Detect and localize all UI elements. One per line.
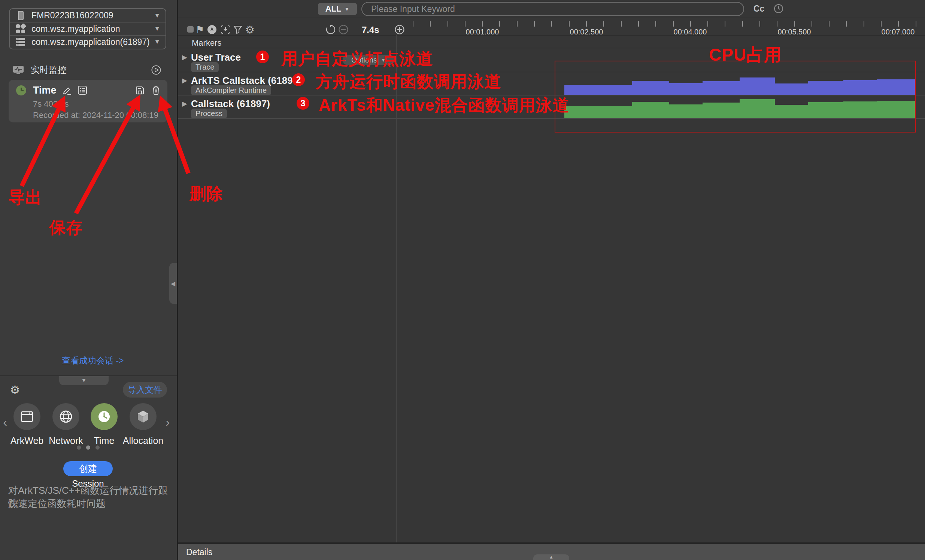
capture-screenshot-icon[interactable] bbox=[220, 24, 231, 35]
device-name: FMR0223B16022009 bbox=[32, 11, 113, 21]
lane-tag-arkcompiler-runtime: ArkCompiler Runtime bbox=[191, 85, 271, 95]
chevron-down-icon: ▼ bbox=[154, 25, 160, 33]
panel-divider[interactable] bbox=[177, 0, 178, 560]
pager-dot[interactable] bbox=[77, 446, 81, 450]
annotation-lane3: ArkTs和Native混合函数调用泳道 bbox=[319, 94, 569, 116]
chevron-down-icon: ▼ bbox=[344, 6, 350, 12]
create-session-button[interactable]: 创建Session bbox=[63, 461, 113, 476]
expand-details-handle[interactable]: ▲ bbox=[533, 554, 569, 560]
allocation-cube-icon bbox=[130, 403, 157, 430]
flag-marker-icon[interactable]: ⚑ bbox=[194, 24, 206, 35]
pager-dot-active[interactable] bbox=[86, 446, 90, 450]
profiler-type-network[interactable]: Network bbox=[45, 403, 86, 446]
annotation-export: 导出 bbox=[8, 187, 42, 209]
match-case-toggle[interactable]: Cc bbox=[753, 4, 764, 14]
carousel-label: Allocation bbox=[122, 435, 164, 446]
view-success-sessions-link[interactable]: 查看成功会话 -> bbox=[62, 355, 124, 366]
carousel-label: ArkWeb bbox=[6, 435, 48, 446]
arkweb-browser-icon bbox=[14, 403, 41, 430]
timeline-tick-strip bbox=[413, 21, 917, 27]
reset-zoom-icon[interactable] bbox=[325, 24, 336, 35]
annotation-delete: 删除 bbox=[190, 183, 223, 205]
expander-user-trace[interactable]: ▶ bbox=[182, 53, 187, 62]
annotation-lane1: 用户自定义打点泳道 bbox=[281, 48, 433, 70]
profiler-window: FMR0223B16022009 ▼ com.wsz.myapplication… bbox=[0, 0, 925, 560]
expander-callstack[interactable]: ▶ bbox=[182, 99, 187, 108]
realtime-monitor-header: 实时监控 bbox=[13, 65, 164, 75]
profiler-type-time[interactable]: Time bbox=[83, 403, 125, 446]
delete-icon[interactable] bbox=[151, 86, 161, 95]
zoom-out-icon[interactable] bbox=[338, 24, 349, 35]
lane-title-user-trace[interactable]: User Trace bbox=[191, 52, 241, 63]
profiler-type-allocation[interactable]: Allocation bbox=[122, 403, 164, 446]
carousel-next-icon[interactable]: › bbox=[166, 416, 175, 428]
process-name: com.wsz.myapplication(61897) bbox=[32, 37, 150, 47]
left-panel: FMR0223B16022009 ▼ com.wsz.myapplication… bbox=[0, 0, 177, 560]
search-input[interactable] bbox=[371, 3, 730, 15]
details-title: Details bbox=[186, 547, 212, 557]
annotation-cpu: CPU占用 bbox=[709, 44, 782, 67]
network-globe-icon bbox=[53, 403, 79, 430]
settings-gear-icon[interactable]: ⚙ bbox=[9, 384, 21, 396]
start-monitor-button[interactable] bbox=[151, 65, 161, 75]
zoom-in-icon[interactable] bbox=[394, 24, 405, 35]
collapse-panel-handle[interactable]: ◀ bbox=[169, 263, 177, 304]
pager-dot[interactable] bbox=[95, 446, 99, 450]
profiler-description-line2: 快速定位函数耗时问题 bbox=[8, 497, 105, 510]
search-scope-select[interactable]: ALL ▼ bbox=[318, 3, 357, 15]
divider bbox=[178, 18, 925, 18]
lane-tag-process: Process bbox=[191, 108, 227, 119]
session-recorded-at: Recorded at: 2024-11-20 00:08:19 bbox=[33, 110, 158, 120]
visible-duration-label: 7.4s bbox=[362, 25, 380, 35]
app-grid-icon bbox=[15, 24, 26, 34]
navigate-icon[interactable] bbox=[206, 24, 218, 35]
chevron-down-icon: ▼ bbox=[154, 38, 160, 46]
device-select[interactable]: FMR0223B16022009 ▼ bbox=[10, 9, 166, 22]
search-scope-value: ALL bbox=[325, 4, 342, 14]
session-title: Time bbox=[33, 84, 57, 96]
target-selector-group: FMR0223B16022009 ▼ com.wsz.myapplication… bbox=[9, 8, 166, 50]
expander-arkts-callstack[interactable]: ▶ bbox=[182, 76, 187, 84]
annotation-number-3: 3 bbox=[297, 97, 309, 110]
annotation-number-2: 2 bbox=[292, 73, 305, 86]
process-select[interactable]: com.wsz.myapplication(61897) ▼ bbox=[10, 35, 166, 48]
chevron-down-icon: ▼ bbox=[154, 12, 160, 20]
carousel-label: Time bbox=[83, 435, 125, 446]
save-icon[interactable] bbox=[135, 86, 145, 95]
cpu-annotation-box bbox=[554, 61, 916, 132]
stop-record-button[interactable] bbox=[187, 26, 194, 33]
phone-icon bbox=[15, 11, 26, 20]
divider bbox=[178, 35, 925, 36]
markers-header: Markers bbox=[192, 38, 221, 48]
filter-funnel-icon[interactable] bbox=[232, 24, 243, 35]
carousel-label: Network bbox=[45, 435, 86, 446]
lane-tag-trace: Trace bbox=[191, 62, 219, 72]
app-select[interactable]: com.wsz.myapplication ▼ bbox=[10, 22, 166, 35]
time-clock-icon bbox=[90, 403, 118, 430]
session-duration: 7s 402ms bbox=[33, 99, 69, 109]
session-card[interactable]: Time 7s 402ms Recorded at: 2024-11-20 00… bbox=[9, 80, 167, 122]
monitor-icon bbox=[13, 65, 24, 75]
process-icon bbox=[15, 37, 26, 47]
annotation-save: 保存 bbox=[49, 217, 83, 239]
collapse-drawer-handle[interactable]: ▼ bbox=[59, 376, 108, 385]
lane-title-callstack[interactable]: Callstack (61897) bbox=[191, 98, 270, 110]
app-name: com.wsz.myapplication bbox=[32, 24, 120, 34]
details-bar[interactable]: Details ▲ bbox=[178, 544, 925, 560]
profiler-type-arkweb[interactable]: ArkWeb bbox=[6, 403, 48, 446]
rename-icon[interactable] bbox=[63, 85, 72, 95]
settings-gear-icon[interactable]: ⚙ bbox=[244, 24, 255, 35]
import-file-button[interactable]: 导入文件 bbox=[123, 382, 167, 397]
annotation-lane2: 方舟运行时函数调用泳道 bbox=[316, 71, 501, 93]
export-icon[interactable] bbox=[77, 85, 87, 95]
search-history-icon[interactable] bbox=[774, 4, 783, 14]
search-box bbox=[362, 2, 744, 16]
lane-title-arkts-callstack[interactable]: ArkTS Callstack (61897) bbox=[191, 75, 301, 86]
realtime-monitor-title: 实时监控 bbox=[31, 64, 67, 76]
carousel-pager bbox=[77, 446, 99, 450]
annotation-number-1: 1 bbox=[256, 51, 269, 63]
session-time-icon bbox=[16, 85, 26, 95]
